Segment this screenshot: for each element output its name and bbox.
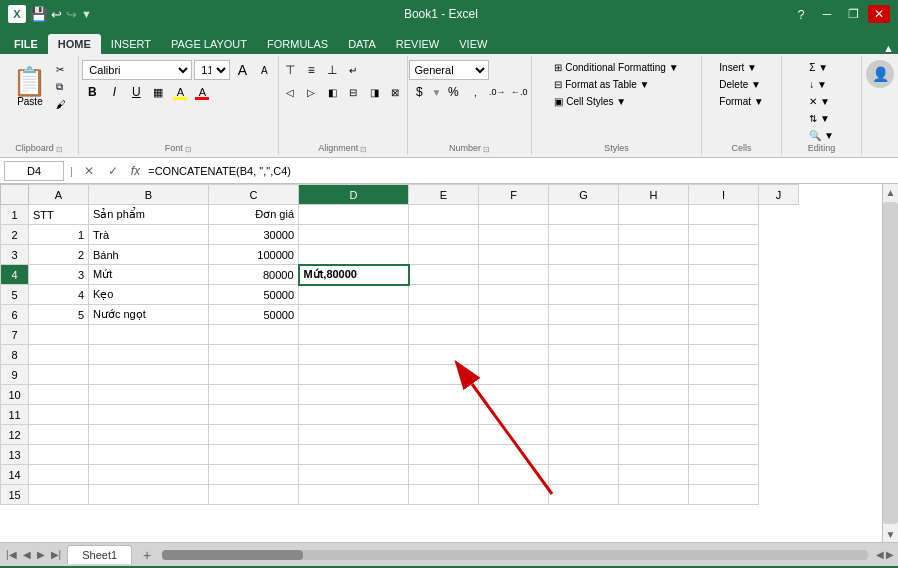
row-number-12[interactable]: 12 bbox=[1, 425, 29, 445]
col-header-j[interactable]: J bbox=[759, 185, 799, 205]
cell-D9[interactable] bbox=[299, 365, 409, 385]
row-number-1[interactable]: 1 bbox=[1, 205, 29, 225]
redo-icon[interactable]: ↪ bbox=[66, 7, 77, 22]
number-format-select[interactable]: General bbox=[409, 60, 489, 80]
cell-D1[interactable] bbox=[299, 205, 409, 225]
cell-B1[interactable]: Sản phẩm bbox=[89, 205, 209, 225]
delete-btn[interactable]: Delete ▼ bbox=[714, 77, 768, 92]
cell-G3[interactable] bbox=[549, 245, 619, 265]
cell-D5[interactable] bbox=[299, 285, 409, 305]
cell-B7[interactable] bbox=[89, 325, 209, 345]
cell-I15[interactable] bbox=[689, 485, 759, 505]
ribbon-collapse[interactable]: ▲ bbox=[883, 42, 894, 54]
cell-D11[interactable] bbox=[299, 405, 409, 425]
cell-G15[interactable] bbox=[549, 485, 619, 505]
row-number-14[interactable]: 14 bbox=[1, 465, 29, 485]
cell-G2[interactable] bbox=[549, 225, 619, 245]
cell-F11[interactable] bbox=[479, 405, 549, 425]
cell-G7[interactable] bbox=[549, 325, 619, 345]
row-number-13[interactable]: 13 bbox=[1, 445, 29, 465]
wrap-text-btn[interactable]: ↵ bbox=[343, 60, 363, 80]
cell-C15[interactable] bbox=[209, 485, 299, 505]
tab-file[interactable]: FILE bbox=[4, 34, 48, 54]
cell-I6[interactable] bbox=[689, 305, 759, 325]
row-number-6[interactable]: 6 bbox=[1, 305, 29, 325]
cell-A15[interactable] bbox=[29, 485, 89, 505]
tab-view[interactable]: VIEW bbox=[449, 34, 497, 54]
col-header-e[interactable]: E bbox=[409, 185, 479, 205]
number-expand[interactable]: ⊡ bbox=[483, 145, 490, 154]
cell-F13[interactable] bbox=[479, 445, 549, 465]
cell-G10[interactable] bbox=[549, 385, 619, 405]
cell-C1[interactable]: Đơn giá bbox=[209, 205, 299, 225]
cell-G4[interactable] bbox=[549, 265, 619, 285]
cell-G14[interactable] bbox=[549, 465, 619, 485]
sheet-scroll-prev[interactable]: ◀ bbox=[21, 549, 33, 560]
cell-E4[interactable] bbox=[409, 265, 479, 285]
cell-E9[interactable] bbox=[409, 365, 479, 385]
italic-button[interactable]: I bbox=[104, 82, 124, 102]
close-button[interactable]: ✕ bbox=[868, 5, 890, 23]
underline-button[interactable]: U bbox=[126, 82, 146, 102]
cell-E7[interactable] bbox=[409, 325, 479, 345]
cell-H1[interactable] bbox=[619, 205, 689, 225]
cell-H6[interactable] bbox=[619, 305, 689, 325]
row-number-15[interactable]: 15 bbox=[1, 485, 29, 505]
cell-C11[interactable] bbox=[209, 405, 299, 425]
cell-F15[interactable] bbox=[479, 485, 549, 505]
cell-G1[interactable] bbox=[549, 205, 619, 225]
decrease-font-btn[interactable]: A bbox=[254, 60, 274, 80]
cell-I10[interactable] bbox=[689, 385, 759, 405]
cell-I3[interactable] bbox=[689, 245, 759, 265]
cell-B13[interactable] bbox=[89, 445, 209, 465]
col-header-f[interactable]: F bbox=[479, 185, 549, 205]
row-number-5[interactable]: 5 bbox=[1, 285, 29, 305]
merge-btn[interactable]: ⊠ bbox=[385, 82, 405, 102]
cell-E15[interactable] bbox=[409, 485, 479, 505]
currency-btn[interactable]: $ bbox=[409, 82, 429, 102]
cell-D2[interactable] bbox=[299, 225, 409, 245]
row-number-2[interactable]: 2 bbox=[1, 225, 29, 245]
cell-H2[interactable] bbox=[619, 225, 689, 245]
cell-E14[interactable] bbox=[409, 465, 479, 485]
cell-E11[interactable] bbox=[409, 405, 479, 425]
cell-B15[interactable] bbox=[89, 485, 209, 505]
cell-B9[interactable] bbox=[89, 365, 209, 385]
dec-dec-btn[interactable]: ←.0 bbox=[509, 82, 529, 102]
cell-D6[interactable] bbox=[299, 305, 409, 325]
cell-I1[interactable] bbox=[689, 205, 759, 225]
cell-A5[interactable]: 4 bbox=[29, 285, 89, 305]
cell-E12[interactable] bbox=[409, 425, 479, 445]
sheet-scroll-last[interactable]: ▶| bbox=[49, 549, 64, 560]
cell-A13[interactable] bbox=[29, 445, 89, 465]
cell-H11[interactable] bbox=[619, 405, 689, 425]
fill-color-button[interactable]: A bbox=[170, 82, 190, 102]
cell-C5[interactable]: 50000 bbox=[209, 285, 299, 305]
cell-I7[interactable] bbox=[689, 325, 759, 345]
bold-button[interactable]: B bbox=[82, 82, 102, 102]
cell-A6[interactable]: 5 bbox=[29, 305, 89, 325]
tab-formulas[interactable]: FORMULAS bbox=[257, 34, 338, 54]
cell-C8[interactable] bbox=[209, 345, 299, 365]
find-btn[interactable]: 🔍 ▼ bbox=[804, 128, 839, 143]
cell-B2[interactable]: Trà bbox=[89, 225, 209, 245]
h-scroll-left[interactable]: ◀ bbox=[876, 549, 884, 560]
tab-data[interactable]: DATA bbox=[338, 34, 386, 54]
cell-G12[interactable] bbox=[549, 425, 619, 445]
cell-F4[interactable] bbox=[479, 265, 549, 285]
save-icon[interactable]: 💾 bbox=[30, 6, 47, 22]
scroll-down-btn[interactable]: ▼ bbox=[883, 526, 899, 542]
cell-F2[interactable] bbox=[479, 225, 549, 245]
format-btn[interactable]: Format ▼ bbox=[714, 94, 768, 109]
sort-btn[interactable]: ⇅ ▼ bbox=[804, 111, 839, 126]
cell-I5[interactable] bbox=[689, 285, 759, 305]
cell-G5[interactable] bbox=[549, 285, 619, 305]
cell-A7[interactable] bbox=[29, 325, 89, 345]
cell-I2[interactable] bbox=[689, 225, 759, 245]
cell-H7[interactable] bbox=[619, 325, 689, 345]
paste-button[interactable]: 📋 Paste bbox=[7, 65, 52, 110]
row-number-9[interactable]: 9 bbox=[1, 365, 29, 385]
undo-icon[interactable]: ↩ bbox=[51, 7, 62, 22]
cell-D10[interactable] bbox=[299, 385, 409, 405]
font-name-select[interactable]: Calibri bbox=[82, 60, 192, 80]
